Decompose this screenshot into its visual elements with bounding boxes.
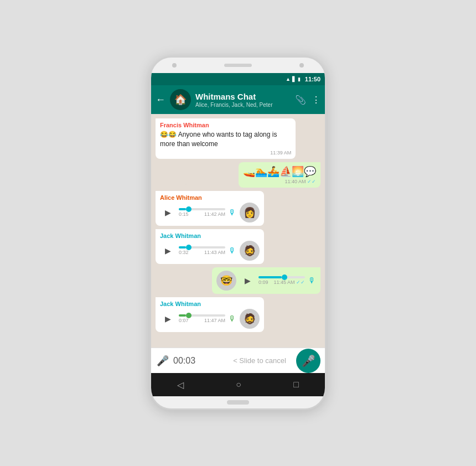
voice-message: 🤓 ▶ 0:09 11:45 AM ✓✓ 🎙 (216, 271, 316, 291)
voice-message: ▶ 0:15 11:42 AM 🎙 👩 (160, 203, 260, 222)
voice-time: 11:42 AM (204, 211, 225, 217)
voice-dot (186, 245, 192, 250)
send-voice-icon: 🎤 (302, 354, 315, 367)
message-sender: Alice Whitman (160, 194, 260, 201)
status-bar: ▲ ▋ ▮ 11:50 (151, 73, 325, 85)
read-ticks: ✓✓ (296, 279, 305, 285)
chat-subtitle: Alice, Francis, Jack, Ned, Peter (195, 102, 291, 108)
battery-icon: ▮ (298, 76, 301, 82)
camera-button (149, 152, 151, 174)
voice-waveform (179, 246, 225, 248)
voice-avatar: 👩 (240, 203, 260, 222)
group-avatar-icon: 🏠 (174, 94, 187, 106)
chat-body: Francis Whitman 😂😂 Anyone who wants to t… (151, 114, 325, 348)
voice-duration: 0:15 (179, 211, 189, 217)
message-bubble: Francis Whitman 😂😂 Anyone who wants to t… (156, 118, 296, 159)
voice-progress (179, 208, 186, 210)
read-ticks: ✓✓ (307, 179, 316, 184)
status-time: 11:50 (305, 76, 320, 82)
play-button[interactable]: ▶ (240, 273, 255, 288)
recent-nav-button[interactable]: □ (293, 380, 299, 390)
recording-bar: 🎤 00:03 < Slide to cancel 🎤 (151, 348, 325, 373)
voice-mic-icon: 🎙 (229, 208, 236, 217)
voice-message: ▶ 0:32 11:43 AM 🎙 🧔 (160, 241, 260, 261)
play-button[interactable]: ▶ (160, 311, 175, 327)
phone-bottom-bar (151, 396, 325, 408)
voice-mic-icon: 🎙 (308, 276, 316, 285)
voice-time: 11:43 AM (204, 250, 225, 255)
voice-dot (186, 313, 192, 318)
navigation-bar: ◁ ○ □ (151, 373, 325, 396)
phone-screen: ▲ ▋ ▮ 11:50 ← 🏠 Whitmans Chat Alice, Fra… (151, 73, 325, 396)
voice-avatar: 🤓 (216, 271, 236, 291)
wifi-icon: ▲ (286, 76, 291, 82)
chat-header: ← 🏠 Whitmans Chat Alice, Francis, Jack, … (151, 85, 325, 114)
message-sender: Jack Whitman (160, 232, 260, 239)
voice-message: ▶ 0:07 11:47 AM 🎙 🧔 (160, 309, 260, 329)
voice-avatar: 🧔 (240, 241, 260, 261)
voice-duration: 0:32 (179, 250, 189, 255)
voice-info: 0:32 11:43 AM (179, 250, 225, 255)
volume-up-button (149, 102, 151, 118)
recording-mic-icon: 🎤 (157, 355, 169, 367)
voice-dot (282, 275, 287, 280)
list-item: 🤓 ▶ 0:09 11:45 AM ✓✓ 🎙 (212, 267, 320, 294)
volume-down-button (149, 124, 151, 146)
message-bubble: 🤓 ▶ 0:09 11:45 AM ✓✓ 🎙 (212, 267, 320, 294)
voice-waveform (179, 208, 225, 210)
voice-mic-icon: 🎙 (229, 314, 236, 323)
send-voice-button[interactable]: 🎤 (296, 349, 320, 373)
earpiece-speaker (224, 64, 252, 67)
message-text: 😂😂 Anyone who wants to tag along is more… (160, 130, 291, 149)
voice-info: 0:09 11:45 AM ✓✓ (258, 279, 305, 285)
voice-dot (186, 206, 192, 212)
header-info: Whitmans Chat Alice, Francis, Jack, Ned,… (195, 92, 291, 108)
physical-home-button (227, 400, 249, 405)
group-avatar: 🏠 (170, 89, 191, 110)
voice-time: 11:45 AM ✓✓ (273, 279, 305, 285)
attach-button[interactable]: 📎 (295, 95, 306, 105)
voice-waveform (258, 276, 305, 278)
voice-waveform (179, 314, 225, 317)
list-item: Jack Whitman ▶ 0:32 11:43 AM (156, 229, 264, 264)
home-nav-button[interactable]: ○ (236, 380, 241, 390)
message-bubble: Jack Whitman ▶ 0:07 11:47 AM (156, 297, 264, 332)
voice-mic-icon: 🎙 (229, 246, 236, 255)
voice-progress (179, 314, 186, 317)
front-camera (172, 63, 177, 68)
voice-duration: 0:07 (179, 318, 189, 323)
voice-duration: 0:09 (258, 279, 268, 285)
recording-timer: 00:03 (173, 356, 195, 366)
message-bubble: Jack Whitman ▶ 0:32 11:43 AM (156, 229, 264, 264)
back-button[interactable]: ← (156, 94, 165, 106)
message-text: 🚤🏊🚣⛵🌅💬 (243, 165, 316, 178)
back-nav-button[interactable]: ◁ (177, 380, 184, 390)
message-time: 11:39 AM (160, 150, 291, 156)
list-item: Alice Whitman ▶ 0:15 11:42 AM (156, 191, 264, 226)
voice-time: 11:47 AM (204, 318, 225, 323)
voice-progress (179, 246, 186, 248)
signal-icon: ▋ (292, 76, 296, 82)
voice-info: 0:07 11:47 AM (179, 318, 225, 323)
play-button[interactable]: ▶ (160, 205, 175, 220)
message-sender: Jack Whitman (160, 301, 260, 307)
voice-avatar: 🧔 (240, 309, 260, 329)
list-item: Francis Whitman 😂😂 Anyone who wants to t… (156, 118, 296, 159)
message-bubble: Alice Whitman ▶ 0:15 11:42 AM (156, 191, 264, 226)
phone-top-bar (151, 58, 325, 73)
header-actions: 📎 ⋮ (295, 95, 320, 105)
chat-title: Whitmans Chat (195, 92, 291, 102)
status-icons: ▲ ▋ ▮ (286, 76, 301, 82)
message-sender: Francis Whitman (160, 122, 291, 128)
phone-device: ▲ ▋ ▮ 11:50 ← 🏠 Whitmans Chat Alice, Fra… (149, 56, 327, 410)
message-bubble: 🚤🏊🚣⛵🌅💬 11:40 AM ✓✓ (239, 162, 320, 188)
list-item: Jack Whitman ▶ 0:07 11:47 AM (156, 297, 264, 332)
message-time: 11:40 AM ✓✓ (243, 179, 316, 184)
voice-progress (258, 276, 282, 278)
more-options-button[interactable]: ⋮ (312, 95, 320, 105)
power-button (325, 113, 327, 141)
proximity-sensor (299, 63, 304, 68)
play-button[interactable]: ▶ (160, 243, 175, 258)
list-item: 🚤🏊🚣⛵🌅💬 11:40 AM ✓✓ (239, 162, 320, 188)
voice-info: 0:15 11:42 AM (179, 211, 225, 217)
